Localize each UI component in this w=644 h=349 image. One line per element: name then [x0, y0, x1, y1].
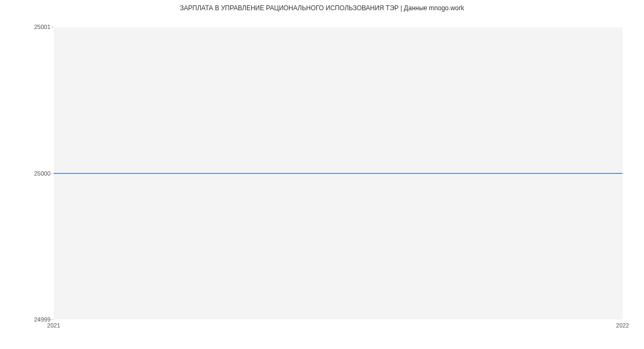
data-series-line: [54, 173, 623, 174]
gridline-top: [54, 27, 623, 27]
y-axis-label-mid: 25000: [34, 170, 50, 177]
y-axis-label-top: 25001: [34, 24, 50, 30]
gridline-bottom: [54, 319, 623, 320]
y-tick-top: [51, 27, 54, 27]
x-axis-label-right: 2022: [616, 322, 629, 329]
chart-title: ЗАРПЛАТА В УПРАВЛЕНИЕ РАЦИОНАЛЬНОГО ИСПО…: [0, 4, 644, 12]
x-axis-label-left: 2021: [47, 322, 60, 329]
y-tick-bottom: [51, 319, 54, 320]
